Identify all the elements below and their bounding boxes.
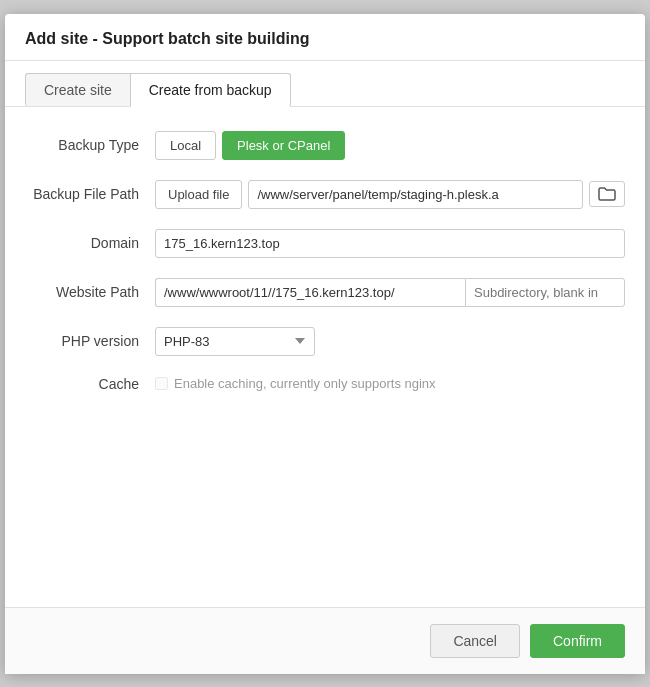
cache-checkbox[interactable] bbox=[155, 377, 168, 390]
php-version-control: PHP-54 PHP-56 PHP-70 PHP-71 PHP-72 PHP-7… bbox=[155, 327, 625, 356]
backup-file-path-control: Upload file bbox=[155, 180, 625, 209]
website-path-row: Website Path bbox=[25, 278, 625, 307]
domain-control bbox=[155, 229, 625, 258]
website-path-control bbox=[155, 278, 625, 307]
domain-row: Domain bbox=[25, 229, 625, 258]
backup-type-label: Backup Type bbox=[25, 137, 155, 153]
php-version-select[interactable]: PHP-54 PHP-56 PHP-70 PHP-71 PHP-72 PHP-7… bbox=[155, 327, 315, 356]
form-body: Backup Type Local Plesk or CPanel Backup… bbox=[5, 107, 645, 518]
cancel-button[interactable]: Cancel bbox=[430, 624, 520, 658]
backup-file-path-row: Backup File Path Upload file bbox=[25, 180, 625, 209]
backup-file-path-label: Backup File Path bbox=[25, 186, 155, 202]
domain-input[interactable] bbox=[155, 229, 625, 258]
spacer bbox=[5, 517, 645, 607]
backup-type-plesk-button[interactable]: Plesk or CPanel bbox=[222, 131, 345, 160]
website-path-label: Website Path bbox=[25, 284, 155, 300]
tab-bar: Create site Create from backup bbox=[5, 61, 645, 107]
cache-checkbox-label: Enable caching, currently only supports … bbox=[155, 376, 436, 391]
cache-label: Cache bbox=[25, 376, 155, 392]
cache-row: Cache Enable caching, currently only sup… bbox=[25, 376, 625, 392]
cache-control: Enable caching, currently only supports … bbox=[155, 376, 625, 391]
backup-file-path-input[interactable] bbox=[248, 180, 583, 209]
website-path-sub-input[interactable] bbox=[465, 278, 625, 307]
backup-type-control: Local Plesk or CPanel bbox=[155, 131, 625, 160]
website-path-main-input[interactable] bbox=[155, 278, 465, 307]
dialog-title: Add site - Support batch site building bbox=[5, 14, 645, 61]
upload-file-button[interactable]: Upload file bbox=[155, 180, 242, 209]
php-version-select-wrapper: PHP-54 PHP-56 PHP-70 PHP-71 PHP-72 PHP-7… bbox=[155, 327, 315, 356]
add-site-dialog: Add site - Support batch site building C… bbox=[5, 14, 645, 674]
backup-type-local-button[interactable]: Local bbox=[155, 131, 216, 160]
php-version-row: PHP version PHP-54 PHP-56 PHP-70 PHP-71 … bbox=[25, 327, 625, 356]
tab-create-site[interactable]: Create site bbox=[25, 73, 130, 106]
folder-browse-button[interactable] bbox=[589, 181, 625, 207]
cache-checkbox-text: Enable caching, currently only supports … bbox=[174, 376, 436, 391]
folder-icon bbox=[598, 187, 616, 201]
backup-type-row: Backup Type Local Plesk or CPanel bbox=[25, 131, 625, 160]
dialog-footer: Cancel Confirm bbox=[5, 607, 645, 674]
php-version-label: PHP version bbox=[25, 333, 155, 349]
website-path-group bbox=[155, 278, 625, 307]
confirm-button[interactable]: Confirm bbox=[530, 624, 625, 658]
tab-create-from-backup[interactable]: Create from backup bbox=[130, 73, 291, 107]
domain-label: Domain bbox=[25, 235, 155, 251]
